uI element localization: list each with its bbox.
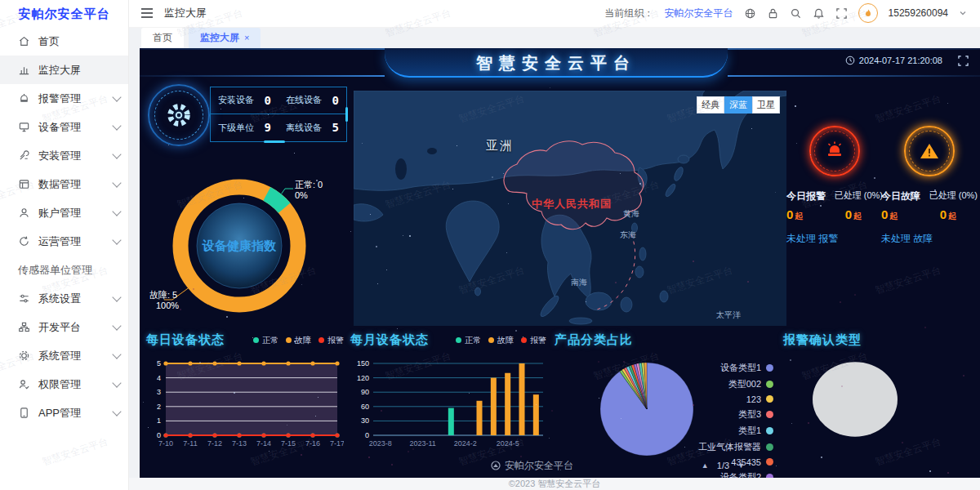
avatar[interactable]	[858, 3, 878, 23]
legend-item[interactable]: 故障	[286, 335, 311, 346]
pager-up-icon[interactable]: ▲	[702, 461, 709, 470]
today-fault-handled-label: 已处理 (0%)	[929, 189, 978, 203]
banner-wing-right	[728, 75, 980, 77]
pie-legend-label: 类型1	[738, 425, 761, 437]
sidebar-item-label: 监控大屏	[38, 63, 81, 78]
sidebar-item-11[interactable]: 开发平台	[0, 313, 128, 341]
tabbar: 首页监控大屏×	[129, 28, 980, 48]
sidebar-item-7[interactable]: 账户管理	[0, 198, 128, 227]
legend-item[interactable]: 故障	[488, 335, 514, 346]
china-map[interactable]: 亚洲 中华人民共和国 黄海 东海 南海 太平洋 经典深蓝卫星	[354, 91, 786, 326]
map-layer-button-3[interactable]: 卫星	[752, 96, 780, 114]
svg-text:100%: 100%	[156, 301, 179, 310]
pie-legend-dot	[766, 474, 773, 478]
stat-cell-4: 离线设备5	[278, 114, 346, 141]
device-health-donut: 设备健康指数正常: 00%故障: 5100%	[148, 167, 336, 331]
alarm-confirm-title: 报警确认类型	[783, 332, 979, 348]
sidebar-item-14[interactable]: APP管理	[0, 399, 128, 427]
bell-icon[interactable]	[813, 7, 825, 20]
pie-legend-item-8[interactable]: 设备类型2	[720, 471, 773, 478]
clock-icon	[845, 56, 855, 65]
stat-cell-1: 安装设备0	[211, 87, 278, 114]
sidebar-item-1[interactable]: 首页	[0, 27, 128, 56]
org-name-link[interactable]: 安帕尔安全平台	[665, 7, 733, 20]
tab-close-icon[interactable]: ×	[244, 33, 249, 42]
menu-collapse-icon[interactable]	[141, 8, 153, 18]
system-icon	[18, 350, 30, 362]
chevron-down-icon	[112, 207, 121, 216]
legend-dot	[521, 337, 527, 343]
pie-legend-label: 工业气体报警器	[698, 441, 761, 453]
sidebar-item-12[interactable]: 系统管理	[0, 341, 128, 370]
svg-text:90: 90	[361, 388, 369, 396]
tab-2[interactable]: 监控大屏×	[189, 28, 261, 48]
dashboard-fullscreen-icon[interactable]	[958, 56, 969, 66]
legend-item[interactable]: 正常	[253, 335, 278, 346]
sidebar-item-13[interactable]: 权限管理	[0, 370, 128, 399]
pie-legend-item-6[interactable]: 工业气体报警器	[698, 441, 773, 453]
pager-down-icon[interactable]: ▼	[737, 461, 745, 470]
pie-legend-item-3[interactable]: 123	[746, 394, 773, 404]
dashboard: 智慧安全云平台 2024-07-17 21:20:08 安装设备0在线设备0下级…	[140, 48, 980, 478]
legend-item[interactable]: 报警	[521, 335, 546, 346]
warning-triangle-icon	[919, 140, 940, 162]
donut-center-label: 设备健康指数	[202, 238, 277, 252]
pager-text: 1/3	[717, 461, 729, 470]
chevron-down-icon	[112, 292, 121, 301]
sidebar-item-4[interactable]: 设备管理	[0, 113, 128, 141]
legend-label: 故障	[295, 335, 311, 346]
map-layer-button-2[interactable]: 深蓝	[724, 96, 752, 114]
stat-label: 安装设备	[218, 94, 254, 106]
sidebar-item-label: 报警管理	[38, 91, 81, 106]
stat-label: 下级单位	[218, 122, 254, 134]
alarm-confirm-chart: 报警确认类型	[783, 332, 979, 475]
globe-icon[interactable]	[744, 7, 756, 20]
pie-legend-dot	[766, 427, 773, 434]
svg-text:3: 3	[157, 388, 161, 396]
search-icon[interactable]	[790, 7, 802, 20]
sidebar-item-3[interactable]: 报警管理	[0, 84, 128, 113]
sidebar-item-10[interactable]: 系统设置	[0, 284, 128, 313]
pie-legend-label: 类型3	[738, 408, 761, 421]
tab-1[interactable]: 首页	[141, 28, 184, 48]
legend-dot	[488, 337, 494, 343]
sidebar-item-label: 首页	[38, 34, 60, 49]
lock-icon[interactable]	[767, 7, 779, 20]
siren-icon	[824, 140, 845, 162]
sidebar-item-5[interactable]: 安装管理	[0, 141, 128, 170]
legend-item[interactable]: 正常	[456, 335, 481, 346]
legend-item[interactable]: 报警	[318, 335, 344, 346]
chart-icon	[18, 64, 30, 76]
pie-legend-item-5[interactable]: 类型1	[738, 425, 773, 437]
legend-pager: ▲ 1/3 ▼	[702, 461, 745, 470]
unhandled-alarm-link[interactable]: 未处理 报警	[786, 232, 883, 246]
tab-label: 监控大屏	[200, 31, 239, 45]
svg-text:7-11: 7-11	[183, 439, 197, 448]
sidebar-item-8[interactable]: 运营管理	[0, 227, 128, 256]
pie-legend-dot	[766, 381, 773, 388]
pie-legend-item-4[interactable]: 类型3	[738, 408, 773, 421]
sidebar-item-6[interactable]: 数据管理	[0, 170, 128, 198]
user-phone[interactable]: 15259260094	[889, 7, 948, 19]
dev-icon	[18, 321, 30, 333]
pie-legend-item-1[interactable]: 设备类型1	[720, 362, 773, 374]
chevron-down-icon	[112, 350, 121, 359]
stats-panel: 安装设备0在线设备0下级单位9离线设备5	[210, 87, 347, 142]
alarm-confirm-pie	[806, 359, 904, 444]
app-icon	[18, 407, 30, 419]
svg-text:7-12: 7-12	[207, 439, 222, 448]
legend-dot	[456, 337, 461, 343]
pie-legend-item-2[interactable]: 类型002	[728, 378, 773, 390]
stat-value: 5	[332, 121, 339, 134]
sidebar-item-2[interactable]: 监控大屏	[0, 56, 128, 84]
map-layer-button-1[interactable]: 经典	[697, 96, 724, 114]
sidebar-item-label: 数据管理	[38, 177, 81, 192]
sidebar-item-9[interactable]: 传感器单位管理	[0, 256, 128, 284]
fullscreen-icon[interactable]	[835, 7, 848, 20]
unhandled-fault-link[interactable]: 未处理 故障	[881, 232, 978, 246]
chevron-down-icon	[112, 178, 121, 187]
sidebar-item-label: APP管理	[38, 406, 81, 421]
sidebar: 安帕尔安全平台 首页监控大屏报警管理设备管理安装管理数据管理账户管理运营管理传感…	[0, 0, 129, 490]
chevron-down-icon[interactable]	[959, 9, 967, 17]
product-chart-title: 产品分类占比	[555, 332, 782, 348]
